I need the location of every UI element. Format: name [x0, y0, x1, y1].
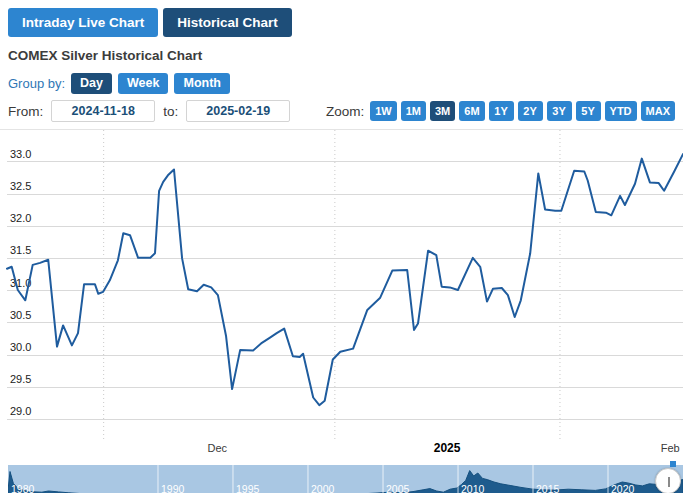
zoom-button-1y[interactable]: 1Y: [489, 101, 514, 121]
x-axis-tick-label: 2025: [434, 441, 461, 455]
zoom-button-3m[interactable]: 3M: [430, 101, 455, 121]
y-axis-tick-label: 32.5: [10, 180, 31, 192]
navigator-year-label: 1995: [236, 483, 260, 493]
zoom-button-5y[interactable]: 5Y: [576, 101, 601, 121]
group-by-month-button[interactable]: Month: [174, 73, 229, 94]
chart-type-tabs: Intraday Live Chart Historical Chart: [0, 0, 683, 37]
to-date-input[interactable]: [186, 100, 290, 122]
y-axis-tick-label: 30.0: [10, 341, 31, 353]
navigator-selection-marker: [670, 461, 676, 467]
from-label: From:: [8, 104, 43, 119]
group-by-label: Group by:: [8, 76, 65, 91]
y-axis-tick-label: 29.5: [10, 373, 31, 385]
navigator-year-label: 1980: [11, 483, 35, 493]
navigator-year-label: 2020: [611, 483, 635, 493]
navigator-year-label: 1990: [161, 483, 185, 493]
from-date-input[interactable]: [51, 100, 155, 122]
navigator-background: [8, 465, 683, 493]
zoom-button-1w[interactable]: 1W: [370, 101, 397, 121]
zoom-button-3y[interactable]: 3Y: [547, 101, 572, 121]
y-axis-tick-label: 31.5: [10, 244, 31, 256]
group-by-controls: Group by: Day Week Month: [8, 72, 683, 94]
navigator-year-label: 2015: [536, 483, 560, 493]
navigator-drag-handle[interactable]: [655, 468, 681, 493]
navigator-year-label: 2010: [461, 483, 485, 493]
zoom-preset-buttons: Zoom: 1W 1M 3M 6M 1Y 2Y 3Y 5Y YTD MAX: [326, 101, 675, 121]
to-label: to:: [163, 104, 178, 119]
y-axis-tick-label: 33.0: [10, 148, 31, 160]
zoom-button-2y[interactable]: 2Y: [518, 101, 543, 121]
zoom-button-6m[interactable]: 6M: [459, 101, 484, 121]
zoom-button-1m[interactable]: 1M: [401, 101, 426, 121]
y-axis-tick-label: 30.5: [10, 309, 31, 321]
range-and-zoom-row: From: to: Zoom: 1W 1M 3M 6M 1Y 2Y 3Y 5Y …: [8, 99, 675, 123]
tab-historical-chart[interactable]: Historical Chart: [163, 8, 292, 37]
price-chart: 33.032.532.031.531.030.530.029.529.0Dec2…: [0, 130, 683, 465]
y-axis-tick-label: 29.0: [10, 405, 31, 417]
zoom-label: Zoom:: [326, 104, 364, 119]
x-axis-tick-label: Feb: [661, 442, 680, 454]
zoom-button-max[interactable]: MAX: [641, 101, 675, 121]
y-axis-tick-label: 32.0: [10, 212, 31, 224]
x-axis-tick-label: Dec: [207, 442, 227, 454]
tab-intraday-live-chart[interactable]: Intraday Live Chart: [8, 8, 158, 37]
page-title: COMEX Silver Historical Chart: [8, 48, 683, 63]
group-by-week-button[interactable]: Week: [118, 73, 168, 94]
zoom-button-ytd[interactable]: YTD: [605, 101, 637, 121]
date-range-navigator[interactable]: 19801990199520002005201020152020: [8, 465, 683, 493]
price-line-series: [7, 154, 683, 405]
navigator-year-label: 2000: [311, 483, 335, 493]
group-by-day-button[interactable]: Day: [71, 73, 112, 94]
navigator-year-label: 2005: [386, 483, 410, 493]
